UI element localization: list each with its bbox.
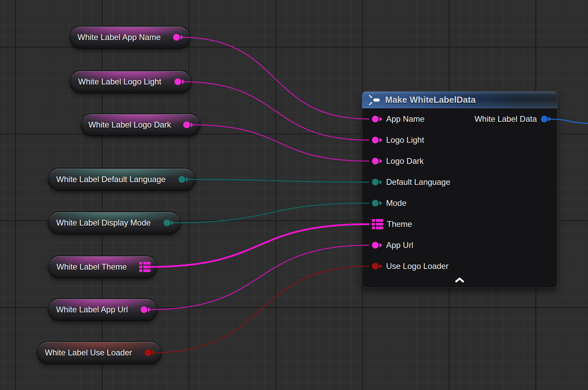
node-title: Make WhiteLabelData	[385, 95, 476, 105]
node-label: White Label App Url	[56, 305, 128, 314]
node-white-label-app-url[interactable]: White Label App Url	[48, 299, 157, 320]
pin-arrow-icon	[379, 243, 382, 248]
wire-display-mode[interactable]	[171, 203, 369, 223]
pin-label: Logo Dark	[386, 156, 424, 166]
pin-row-use-logo-loader: Use Logo Loader	[362, 256, 448, 277]
wire-theme[interactable]	[148, 224, 369, 267]
node-white-label-default-language[interactable]: White Label Default Language	[48, 169, 195, 190]
pin-ball	[164, 219, 170, 226]
pin-label: Theme	[387, 219, 412, 229]
blueprint-graph-canvas[interactable]: White Label App Name White Label Logo Li…	[0, 0, 588, 390]
pin-arrow-icon	[379, 201, 382, 206]
node-label: White Label Logo Light	[78, 77, 162, 86]
pin-ball	[372, 200, 379, 207]
pin-ball	[372, 263, 379, 270]
node-label: White Label Use Loader	[45, 348, 132, 357]
node-label: White Label App Name	[78, 33, 161, 42]
pin-use-logo-loader-input[interactable]	[372, 263, 382, 270]
node-make-whitelabeldata[interactable]: Make WhiteLabelData App Name Logo Light …	[362, 92, 557, 288]
pin-logo-light-input[interactable]	[372, 137, 382, 143]
pin-ball	[372, 179, 379, 186]
node-header[interactable]: Make WhiteLabelData	[362, 92, 557, 109]
wire-app-url[interactable]	[149, 245, 369, 310]
node-white-label-display-mode[interactable]: White Label Display Mode	[48, 212, 180, 234]
pin-row-app-url: App Url	[362, 235, 413, 256]
struct-pin-icon	[372, 219, 383, 229]
wire-app-name[interactable]	[181, 37, 369, 119]
pin-label: Default Language	[386, 177, 450, 187]
pin-label: Mode	[386, 198, 406, 208]
pin-ball	[372, 137, 379, 143]
pin-ball	[178, 176, 185, 183]
pin-theme-input[interactable]	[372, 219, 383, 229]
node-white-label-logo-light[interactable]: White Label Logo Light	[70, 71, 191, 93]
wire-use-loader[interactable]	[153, 266, 369, 353]
pin-label: Logo Light	[386, 135, 424, 145]
pin-ball	[145, 349, 151, 356]
pin-label: App Name	[386, 114, 424, 124]
pin-ball	[541, 116, 548, 122]
node-label: White Label Theme	[57, 262, 127, 272]
pin-logo-dark-input[interactable]	[372, 158, 382, 164]
pin-arrow-icon	[379, 159, 382, 163]
pin-arrow-icon	[379, 138, 382, 142]
pin-ball	[173, 34, 180, 41]
node-label: White Label Display Mode	[56, 218, 151, 228]
pin-row-logo-dark: Logo Dark	[362, 151, 424, 172]
pin-label: White Label Data	[475, 114, 537, 124]
pin-default-language-input[interactable]	[372, 179, 382, 186]
pin-ball	[372, 158, 379, 164]
pin-row-logo-light: Logo Light	[362, 130, 424, 151]
pin-arrow-icon	[379, 117, 382, 121]
pin-mode-input[interactable]	[372, 200, 382, 207]
chevron-up-icon	[454, 277, 465, 283]
wire-logo-dark[interactable]	[191, 125, 369, 161]
pin-row-white-label-data: White Label Data	[475, 109, 557, 130]
pin-ball	[141, 306, 147, 313]
pin-row-app-name: App Name	[362, 109, 424, 130]
node-label: White Label Default Language	[56, 175, 166, 184]
pin-arrow-icon	[379, 264, 382, 269]
pin-app-url-input[interactable]	[372, 242, 382, 249]
pin-label: App Url	[386, 240, 413, 250]
wire-default-language[interactable]	[186, 179, 369, 182]
pin-app-name-input[interactable]	[372, 116, 382, 122]
pin-ball	[372, 116, 379, 122]
node-white-label-theme[interactable]: White Label Theme	[48, 256, 156, 278]
node-white-label-app-name[interactable]: White Label App Name	[70, 26, 190, 48]
pin-arrow-icon	[379, 180, 382, 184]
node-white-label-logo-dark[interactable]: White Label Logo Dark	[81, 114, 200, 136]
pin-row-default-language: Default Language	[362, 172, 450, 193]
pin-ball	[174, 78, 181, 85]
collapse-advanced-pins-button[interactable]	[452, 276, 467, 285]
pin-ball	[183, 121, 190, 128]
wire-logo-light[interactable]	[182, 82, 369, 140]
node-label: White Label Logo Dark	[88, 120, 171, 130]
pin-label: Use Logo Loader	[386, 261, 448, 271]
node-white-label-use-loader[interactable]: White Label Use Loader	[37, 342, 161, 364]
pin-ball	[372, 242, 379, 249]
make-struct-icon	[369, 95, 380, 105]
